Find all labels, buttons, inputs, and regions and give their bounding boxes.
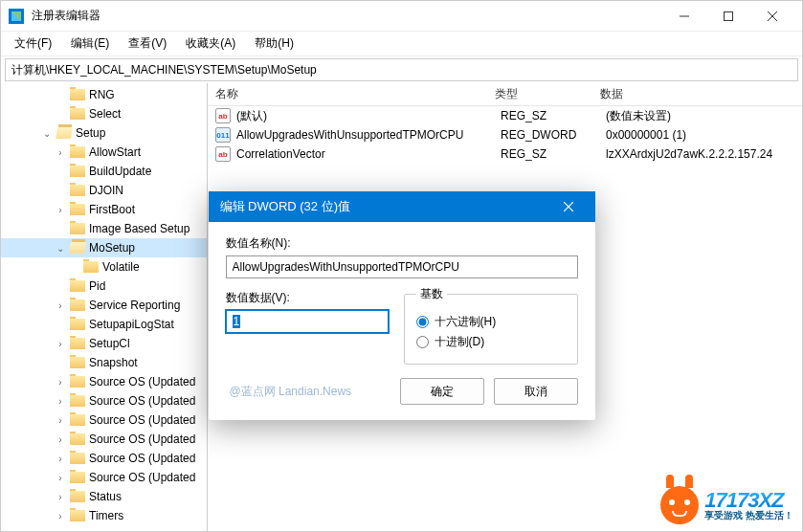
logo-text-sub: 享受游戏 热爱生活！	[704, 511, 793, 521]
name-label: 数值名称(N):	[226, 235, 578, 252]
edit-dword-dialog: 编辑 DWORD (32 位)值 数值名称(N): 数值数据(V): 1 基数	[209, 191, 595, 420]
base-fieldset: 基数 十六进制(H) 十进制(D)	[404, 286, 578, 365]
ok-button[interactable]: 确定	[400, 378, 484, 405]
dialog-close-button[interactable]	[553, 191, 584, 222]
cancel-button[interactable]: 取消	[494, 378, 578, 405]
dialog-footer: @蓝点网 Landian.News 确定 取消	[209, 378, 595, 420]
site-logo: 17173XZ 享受游戏 热爱生活！	[660, 486, 793, 524]
dialog-title: 编辑 DWORD (32 位)值	[220, 198, 351, 215]
radio-hex[interactable]	[416, 316, 429, 328]
radio-dec-row[interactable]: 十进制(D)	[416, 334, 566, 350]
radio-dec[interactable]	[416, 336, 429, 348]
radio-hex-row[interactable]: 十六进制(H)	[416, 314, 566, 330]
logo-mascot-icon	[660, 486, 699, 524]
radio-hex-label: 十六进制(H)	[435, 314, 497, 330]
close-icon	[564, 202, 573, 211]
radio-dec-label: 十进制(D)	[435, 334, 485, 350]
data-value-selected: 1	[233, 315, 241, 328]
modal-overlay: 编辑 DWORD (32 位)值 数值名称(N): 数值数据(V): 1 基数	[0, 0, 803, 532]
logo-text-main: 17173XZ	[704, 490, 793, 511]
data-input[interactable]: 1	[226, 310, 389, 333]
dialog-body: 数值名称(N): 数值数据(V): 1 基数 十六进制(H)	[209, 222, 595, 378]
base-legend: 基数	[416, 286, 447, 302]
name-input[interactable]	[226, 255, 578, 278]
dialog-titlebar: 编辑 DWORD (32 位)值	[209, 191, 595, 222]
watermark: @蓝点网 Landian.News	[230, 384, 352, 400]
data-label: 数值数据(V):	[226, 290, 389, 306]
